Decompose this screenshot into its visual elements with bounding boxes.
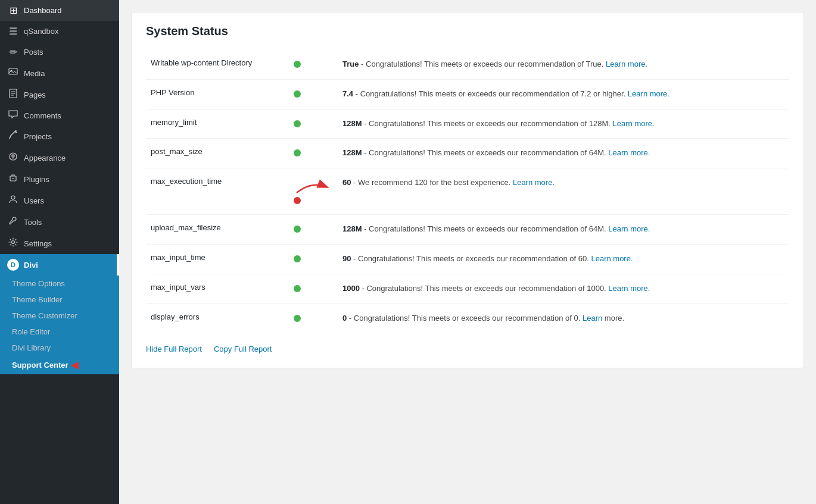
sidebar-item-settings[interactable]: Settings: [0, 233, 119, 254]
support-center-label: Support Center: [12, 361, 68, 370]
sidebar-item-label: Dashboard: [24, 6, 112, 15]
status-table: Writable wp-content DirectoryTrue - Cong…: [146, 50, 789, 333]
learn-more-link[interactable]: Learn more.: [608, 148, 650, 157]
learn-more-link[interactable]: Learn: [583, 314, 602, 323]
learn-more-link[interactable]: Learn more.: [608, 284, 650, 293]
table-row: upload_max_filesize128M - Congratulation…: [146, 215, 789, 245]
status-text: 90 - Congratulations! This meets or exce…: [338, 244, 789, 274]
tools-icon: [7, 216, 19, 228]
status-value: 0: [342, 314, 347, 323]
green-status-dot: [294, 90, 301, 98]
sidebar-item-users[interactable]: Users: [0, 190, 119, 211]
posts-icon: ✏: [7, 46, 19, 58]
dashboard-icon: ⊞: [7, 5, 19, 16]
sidebar-item-label: Tools: [24, 218, 112, 227]
status-label: max_input_vars: [146, 274, 289, 303]
sidebar-item-theme-builder[interactable]: Theme Builder: [0, 292, 119, 308]
svg-rect-0: [9, 68, 17, 74]
sidebar-item-label: Users: [24, 196, 112, 205]
sidebar-item-label: Settings: [24, 239, 112, 248]
learn-more-link[interactable]: Learn more.: [606, 60, 647, 68]
sidebar-item-projects[interactable]: Projects: [0, 126, 119, 147]
system-status-card: System Status Writable wp-content Direct…: [131, 12, 804, 368]
settings-icon: [7, 237, 19, 249]
sidebar-item-label: qSandbox: [24, 27, 112, 36]
sidebar-item-comments[interactable]: Comments: [0, 105, 119, 126]
sidebar-item-theme-customizer[interactable]: Theme Customizer: [0, 308, 119, 324]
sidebar-item-theme-options[interactable]: Theme Options: [0, 276, 119, 292]
status-text: 7.4 - Congratulations! This meets or exc…: [338, 79, 789, 109]
table-row: max_input_vars1000 - Congratulations! Th…: [146, 274, 789, 303]
red-status-dot: [294, 197, 301, 204]
status-text: True - Congratulations! This meets or ex…: [338, 50, 789, 79]
pages-icon: [7, 89, 19, 101]
sidebar: ⊞ Dashboard ☰ qSandbox ✏ Posts Media Pag…: [0, 0, 119, 504]
svg-point-10: [11, 196, 15, 199]
sidebar-item-tools[interactable]: Tools: [0, 211, 119, 233]
learn-more-link[interactable]: Learn more.: [628, 89, 669, 98]
status-label: display_errors: [146, 303, 289, 333]
sidebar-item-divi-library[interactable]: Divi Library: [0, 340, 119, 356]
status-label: max_input_time: [146, 244, 289, 274]
status-value: 90: [342, 254, 351, 263]
status-value: True: [342, 60, 359, 68]
sidebar-item-label: Media: [24, 69, 112, 78]
svg-point-6: [15, 132, 17, 133]
status-text: 128M - Congratulations! This meets or ex…: [338, 139, 789, 168]
status-label: Writable wp-content Directory: [146, 50, 289, 79]
sidebar-item-qsandbox[interactable]: ☰ qSandbox: [0, 21, 119, 42]
green-status-dot: [294, 285, 301, 292]
support-center-arrow-icon: ◀: [71, 359, 78, 371]
svg-point-11: [12, 241, 15, 244]
sidebar-item-plugins[interactable]: Plugins: [0, 168, 119, 190]
hide-full-report-link[interactable]: Hide Full Report: [146, 345, 202, 353]
qsandbox-icon: ☰: [7, 26, 19, 37]
learn-more-link[interactable]: Learn more.: [591, 254, 633, 263]
learn-more-link[interactable]: Learn more.: [608, 224, 650, 233]
status-text: 128M - Congratulations! This meets or ex…: [338, 109, 789, 139]
status-value: 128M: [342, 148, 362, 157]
table-row: post_max_size128M - Congratulations! Thi…: [146, 139, 789, 168]
status-value: 1000: [342, 284, 360, 293]
media-icon: [7, 67, 19, 79]
red-arrow-annotation: [294, 178, 329, 196]
sidebar-item-label: Projects: [24, 132, 112, 141]
green-status-dot: [294, 149, 301, 156]
sidebar-item-label: Comments: [24, 111, 112, 120]
green-status-dot: [294, 226, 301, 233]
sidebar-item-role-editor[interactable]: Role Editor: [0, 324, 119, 340]
table-row: PHP Version7.4 - Congratulations! This m…: [146, 79, 789, 109]
green-status-dot: [294, 255, 301, 262]
sidebar-item-divi[interactable]: D Divi: [0, 254, 119, 276]
sidebar-item-pages[interactable]: Pages: [0, 84, 119, 105]
sidebar-item-label: Appearance: [24, 154, 112, 162]
status-label: memory_limit: [146, 109, 289, 139]
status-value: 128M: [342, 119, 362, 128]
status-value: 128M: [342, 224, 362, 233]
sidebar-item-appearance[interactable]: Appearance: [0, 147, 119, 168]
sidebar-item-dashboard[interactable]: ⊞ Dashboard: [0, 0, 119, 21]
sidebar-item-support-center[interactable]: Support Center ◀: [0, 356, 119, 374]
main-content: System Status Writable wp-content Direct…: [119, 0, 816, 504]
status-text: 60 - We recommend 120 for the best exper…: [338, 168, 789, 215]
learn-more-link[interactable]: Learn more.: [613, 119, 655, 128]
card-footer: Hide Full Report Copy Full Report: [146, 345, 789, 353]
table-row: memory_limit128M - Congratulations! This…: [146, 109, 789, 139]
learn-more-link[interactable]: Learn more.: [513, 178, 555, 187]
sidebar-item-posts[interactable]: ✏ Posts: [0, 42, 119, 62]
green-status-dot: [294, 61, 301, 68]
plugins-icon: [7, 173, 19, 185]
green-status-dot: [294, 315, 301, 322]
divi-label: Divi: [24, 261, 38, 270]
table-row: max_input_time90 - Congratulations! This…: [146, 244, 789, 274]
status-value: 7.4: [342, 89, 353, 98]
sidebar-item-media[interactable]: Media: [0, 62, 119, 84]
status-label: PHP Version: [146, 79, 289, 109]
status-label: post_max_size: [146, 139, 289, 168]
sidebar-item-label: Pages: [24, 90, 112, 99]
sidebar-item-label: Posts: [24, 48, 112, 57]
status-label: max_execution_time: [146, 168, 289, 215]
copy-full-report-link[interactable]: Copy Full Report: [214, 345, 272, 353]
divi-section: D Divi Theme Options Theme Builder Theme…: [0, 254, 119, 374]
divi-icon: D: [7, 259, 19, 271]
